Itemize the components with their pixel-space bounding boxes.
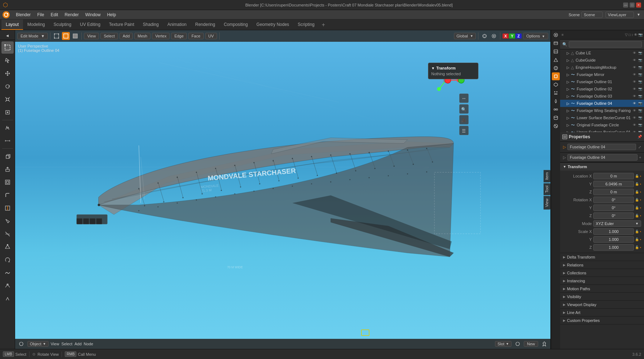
location-x-lock[interactable]: 🔓	[635, 174, 639, 178]
tool-rotate[interactable]	[1, 80, 14, 93]
tool-spin[interactable]	[1, 254, 14, 266]
item-vis-5[interactable]: 👁	[632, 87, 637, 91]
properties-pin-icon[interactable]: 📌	[638, 135, 642, 139]
scale-y-value[interactable]: 1.000	[593, 236, 634, 243]
outliner-search-input[interactable]	[569, 41, 642, 48]
menu-help[interactable]: Help	[104, 12, 119, 18]
motion-paths-section[interactable]: ▶ Motion Paths	[560, 285, 644, 293]
item-cam-0[interactable]: 📷	[638, 51, 643, 55]
viewport[interactable]: Edit Mode ▼ View Select Add Mesh Vertex …	[15, 30, 550, 349]
scene-select[interactable]: Scene	[581, 12, 603, 18]
outliner-item-5[interactable]: ▷ 〜 Fuselage Outline 02 👁 📷	[560, 85, 644, 93]
rotation-x-lock[interactable]: 🔓	[635, 198, 639, 202]
view-btn[interactable]: View	[84, 33, 99, 39]
item-cam-9[interactable]: 📷	[638, 116, 643, 120]
tool-bevel[interactable]	[1, 189, 14, 201]
tab-geometry-nodes[interactable]: Geometry Nodes	[252, 19, 293, 30]
toolbar-collapse-btn[interactable]: ◀	[1, 32, 14, 39]
visibility-section[interactable]: ▶ Visibility	[560, 293, 644, 301]
tool-scale[interactable]	[1, 93, 14, 106]
menu-render[interactable]: Render	[62, 12, 81, 18]
tab-sculpting[interactable]: Sculpting	[49, 19, 76, 30]
viewport-mode-icon[interactable]	[17, 340, 25, 348]
outliner-item-10[interactable]: ▷ 〜 Original Fuselage Circle 👁 📷	[560, 121, 644, 129]
proportional-icon[interactable]	[490, 32, 498, 40]
outliner-eye-icon[interactable]: 👁	[634, 33, 638, 37]
props-view-layer-icon[interactable]	[552, 48, 560, 55]
add-workspace-button[interactable]: +	[319, 19, 328, 30]
tab-modeling[interactable]: Modeling	[23, 19, 49, 30]
node-bottom-btn[interactable]: Node	[84, 342, 93, 346]
tool-add-cube[interactable]	[1, 150, 14, 162]
item-cam-1[interactable]: 📷	[638, 58, 643, 62]
tool-inset[interactable]	[1, 176, 14, 188]
tool-measure[interactable]	[1, 135, 14, 147]
tab-rendering[interactable]: Rendering	[191, 19, 219, 30]
close-button[interactable]: ✕	[636, 3, 641, 8]
outliner-item-4[interactable]: ▷ 〜 Fuselage Outline 01 👁 📷	[560, 78, 644, 85]
face-btn[interactable]: Face	[188, 33, 203, 39]
item-cam-5[interactable]: 📷	[638, 87, 643, 91]
window-controls[interactable]: — □ ✕	[623, 3, 641, 8]
item-vis-10[interactable]: 👁	[632, 123, 637, 127]
props-modifier-icon[interactable]	[552, 81, 560, 89]
viewport-circle-icon[interactable]	[514, 340, 522, 348]
transform-section-header[interactable]: ▼ Transform	[560, 163, 644, 171]
rotation-y-lock[interactable]: 🔓	[635, 206, 639, 210]
select-btn[interactable]: Select	[100, 33, 118, 39]
tab-shading[interactable]: Shading	[139, 19, 163, 30]
tool-smooth[interactable]	[1, 267, 14, 279]
new-btn[interactable]: New	[524, 341, 538, 347]
uv-btn[interactable]: UV	[205, 33, 217, 39]
tool-annotate[interactable]	[1, 122, 14, 134]
props-constraints-icon[interactable]	[552, 106, 560, 113]
tab-scripting[interactable]: Scripting	[293, 19, 319, 30]
outliner-item-3[interactable]: ▷ 〜 Fuselage Mirror 👁 📷	[560, 71, 644, 78]
edge-select-btn[interactable]	[62, 32, 70, 40]
rotation-z-value[interactable]: 0°	[593, 212, 634, 219]
prop-new-icon[interactable]: +	[639, 156, 641, 160]
tool-select[interactable]	[1, 41, 14, 54]
scale-x-lock[interactable]: 🔓	[635, 230, 639, 233]
props-world-icon[interactable]	[552, 64, 560, 72]
face-select-btn[interactable]	[71, 32, 79, 40]
tool-knife[interactable]	[1, 215, 14, 227]
snap-icon[interactable]	[481, 32, 488, 40]
props-data-icon[interactable]	[552, 114, 560, 122]
outliner-item-6[interactable]: ▷ 〜 Fuselage Outline 03 👁 📷	[560, 93, 644, 100]
relations-section[interactable]: ▶ Relations	[560, 261, 644, 269]
minimize-button[interactable]: —	[623, 3, 628, 8]
vertex-btn[interactable]: Vertex	[152, 33, 170, 39]
tool-shear[interactable]	[1, 293, 14, 305]
select-bottom-btn[interactable]: Select	[61, 342, 72, 346]
outliner-item-1[interactable]: ▷ △ CubeGuide 👁 📷	[560, 57, 644, 64]
filter-icon[interactable]: ▼	[635, 12, 642, 18]
menu-edit[interactable]: Edit	[48, 12, 61, 18]
tool-loop-cut[interactable]	[1, 202, 14, 214]
outliner-sort-icon[interactable]: ↕	[631, 33, 633, 37]
mesh-btn[interactable]: Mesh	[134, 33, 150, 39]
props-output-icon[interactable]	[552, 39, 560, 47]
scale-y-lock[interactable]: 🔓	[635, 238, 639, 241]
axis-z-toggle[interactable]: Z	[515, 33, 522, 39]
view-bottom-btn[interactable]: View	[51, 342, 59, 346]
location-y-value[interactable]: 6.0496 m	[593, 181, 634, 187]
menu-window[interactable]: Window	[82, 12, 104, 18]
rotation-y-value[interactable]: 0°	[593, 205, 634, 211]
pin-icon[interactable]	[540, 340, 548, 348]
location-z-lock[interactable]: 🔓	[635, 190, 639, 194]
line-art-section[interactable]: ▶ Line Art	[560, 309, 644, 317]
props-render-icon[interactable]	[552, 31, 560, 39]
item-panel-tab[interactable]: Item	[544, 170, 550, 182]
scale-x-value[interactable]: 1.000	[593, 228, 634, 235]
location-y-lock[interactable]: 🔓	[635, 182, 639, 186]
item-vis-1[interactable]: 👁	[632, 58, 637, 62]
add-bottom-btn[interactable]: Add	[75, 342, 82, 346]
vertex-select-btn[interactable]	[53, 32, 60, 40]
object-type-select[interactable]: Object ▼	[27, 341, 49, 347]
prop-object-name-input[interactable]	[567, 144, 636, 150]
tool-move[interactable]	[1, 67, 14, 80]
tab-texture-paint[interactable]: Texture Paint	[105, 19, 139, 30]
transform-space-select[interactable]: Global ▼	[454, 33, 476, 39]
item-cam-10[interactable]: 📷	[638, 123, 643, 127]
